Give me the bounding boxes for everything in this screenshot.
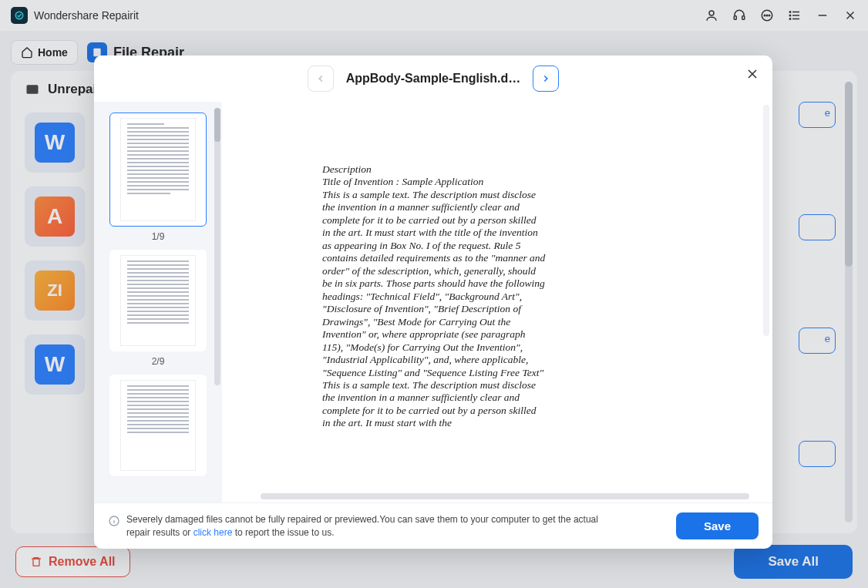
thumbnail-column: 1/9 2/9	[94, 102, 222, 502]
preview-modal: AppBody-Sample-English.d… 1/9 2/9	[94, 55, 772, 549]
next-file-button[interactable]	[533, 66, 559, 92]
page-thumbnail[interactable]	[109, 113, 207, 227]
thumbnail-label: 2/9	[102, 356, 214, 367]
preview-body: This is a sample text. The description m…	[322, 379, 546, 430]
preview-page: Description Title of Invention : Sample …	[261, 117, 749, 476]
preview-vertical-scrollbar[interactable]	[763, 105, 769, 336]
page-thumbnail[interactable]	[109, 250, 207, 351]
modal-title-wrap: AppBody-Sample-English.d…	[308, 66, 560, 92]
info-text: Severely damaged files cannot be fully r…	[126, 513, 601, 538]
preview-body: This is a sample text. The description m…	[322, 189, 546, 379]
thumbnail-page-preview	[120, 380, 197, 471]
modal-filename: AppBody-Sample-English.d…	[346, 72, 521, 86]
info-message: Severely damaged files cannot be fully r…	[108, 513, 601, 538]
info-icon	[108, 515, 120, 527]
chevron-right-icon	[540, 73, 551, 84]
chevron-left-icon	[315, 73, 326, 84]
prev-file-button[interactable]	[308, 66, 334, 92]
preview-horizontal-scrollbar[interactable]	[261, 493, 749, 499]
thumbnail-page-preview	[120, 255, 197, 346]
preview-heading: Description	[322, 163, 688, 176]
close-icon[interactable]	[745, 66, 760, 82]
preview-title: Title of Invention : Sample Application	[322, 176, 688, 188]
thumbnail-scrollbar[interactable]	[214, 108, 220, 385]
modal-footer: Severely damaged files cannot be fully r…	[94, 502, 772, 549]
scrollbar-thumb[interactable]	[214, 108, 220, 142]
modal-body: 1/9 2/9 Description Title of Invention :…	[94, 102, 772, 502]
modal-header: AppBody-Sample-English.d…	[94, 55, 772, 102]
preview-column: Description Title of Invention : Sample …	[222, 102, 772, 502]
report-link[interactable]: click here	[193, 527, 233, 538]
save-button[interactable]: Save	[676, 512, 759, 539]
page-thumbnail[interactable]	[109, 375, 207, 476]
thumbnail-page-preview	[120, 118, 197, 221]
thumbnail-label: 1/9	[102, 231, 214, 242]
